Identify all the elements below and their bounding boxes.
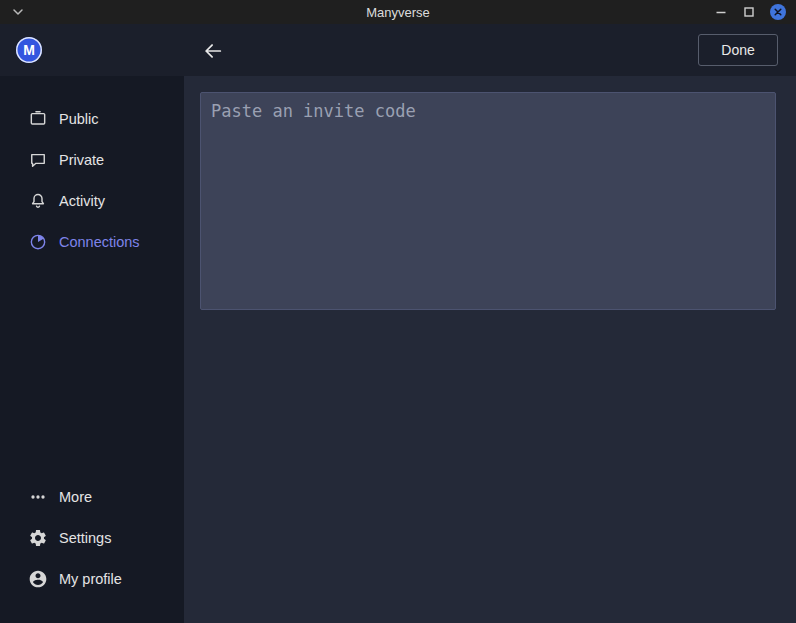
app-header: M Done [0,24,796,76]
manyverse-logo: M [16,37,42,63]
sidebar-top-group: Public Private Activity Connections [0,76,184,262]
done-button[interactable]: Done [698,34,778,66]
sidebar-item-activity[interactable]: Activity [0,180,184,221]
close-icon [774,8,782,16]
swarm-connections-icon [28,232,48,252]
sidebar-item-connections[interactable]: Connections [0,221,184,262]
sidebar-item-label: Public [59,111,99,127]
menu-chevron-icon[interactable] [12,0,24,24]
restore-button[interactable] [742,5,756,19]
minimize-icon [715,6,727,18]
sidebar-item-settings[interactable]: Settings [0,517,184,558]
sidebar-item-label: More [59,489,92,505]
manyverse-window: Manyverse M Done [0,0,796,623]
gear-icon [28,528,48,548]
minimize-button[interactable] [714,5,728,19]
back-arrow-icon [202,40,224,62]
sidebar-item-label: Connections [59,234,140,250]
dots-horizontal-icon [28,487,48,507]
sidebar-item-public[interactable]: Public [0,98,184,139]
bulletin-board-icon [28,109,48,129]
sidebar-item-my-profile[interactable]: My profile [0,558,184,599]
restore-icon [743,6,755,18]
sidebar-item-label: My profile [59,571,122,587]
message-bubble-icon [28,150,48,170]
titlebar: Manyverse [0,0,796,24]
sidebar-item-private[interactable]: Private [0,139,184,180]
bell-icon [28,191,48,211]
sidebar-bottom-group: More Settings My profile [0,476,184,599]
close-button[interactable] [770,4,786,20]
invite-code-input[interactable] [200,92,776,310]
back-button[interactable] [200,38,226,64]
window-title: Manyverse [0,5,796,20]
window-controls [714,0,786,24]
logo-letter: M [23,42,35,58]
person-circle-icon [28,569,48,589]
main-content [184,76,796,623]
sidebar-item-label: Private [59,152,104,168]
sidebar-item-label: Activity [59,193,105,209]
sidebar: Public Private Activity Connections [0,76,184,623]
sidebar-item-label: Settings [59,530,111,546]
sidebar-item-more[interactable]: More [0,476,184,517]
